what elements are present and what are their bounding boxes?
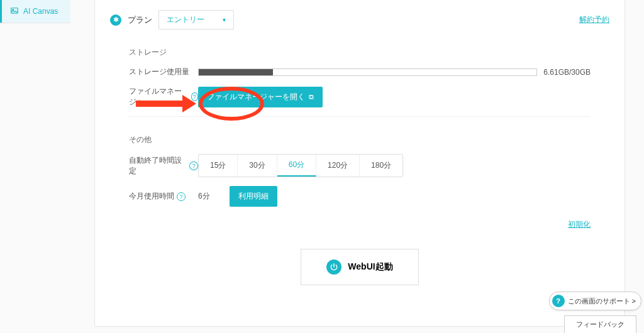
main-panel: ✱ プラン エントリー ▾ 解約予約 ストレージ ストレージ使用量 6.61GB… (94, 0, 625, 327)
power-icon (326, 259, 341, 275)
auto-end-label: 自動終了時間設定 ? (129, 155, 198, 177)
storage-usage-text: 6.61GB/30GB (543, 68, 591, 77)
plan-icon: ✱ (110, 14, 121, 26)
storage-progress-bar (198, 68, 537, 76)
canvas-icon (9, 6, 19, 16)
storage-progress-fill (199, 69, 273, 75)
sidebar-item-ai-canvas[interactable]: AI Canvas (0, 0, 70, 23)
help-icon[interactable]: ? (189, 161, 198, 170)
sidebar-item-label: AI Canvas (23, 7, 58, 16)
chevron-down-icon: ▾ (223, 16, 226, 23)
plan-select-value: エントリー (167, 14, 204, 25)
monthly-usage-label: 今月使用時間 ? (129, 191, 198, 202)
plan-row: ✱ プラン エントリー ▾ 解約予約 (110, 10, 609, 30)
question-icon: ? (552, 295, 565, 307)
timeout-option-60[interactable]: 60分 (277, 155, 316, 177)
help-icon[interactable]: ? (177, 192, 186, 201)
init-link-row: 初期化 (129, 219, 591, 230)
plan-label: プラン (128, 14, 152, 26)
timeout-option-15[interactable]: 15分 (199, 155, 238, 177)
file-manager-row: ファイルマネージャー ? ファイルマネージャーを開く ⧉ (129, 86, 591, 107)
monthly-usage-value: 6分 (198, 191, 217, 202)
feedback-button[interactable]: フィードバック (564, 315, 636, 333)
auto-end-row: 自動終了時間設定 ? 15分 30分 60分 120分 180分 (129, 154, 591, 177)
webui-row: WebUI起動 (129, 249, 591, 285)
timeout-segment: 15分 30分 60分 120分 180分 (198, 154, 403, 177)
timeout-option-120[interactable]: 120分 (316, 155, 360, 177)
monthly-usage-row: 今月使用時間 ? 6分 利用明細 (129, 186, 591, 207)
initialize-link[interactable]: 初期化 (568, 220, 591, 229)
plan-select[interactable]: エントリー ▾ (158, 10, 234, 30)
cancel-reservation-link[interactable]: 解約予約 (579, 14, 609, 25)
sidebar: AI Canvas (0, 0, 70, 23)
storage-usage-row: ストレージ使用量 6.61GB/30GB (129, 67, 591, 77)
webui-launch-button[interactable]: WebUI起動 (301, 249, 418, 285)
support-button[interactable]: ? この画面のサポート > (549, 292, 641, 310)
timeout-option-30[interactable]: 30分 (238, 155, 277, 177)
timeout-option-180[interactable]: 180分 (360, 155, 402, 177)
help-icon[interactable]: ? (191, 92, 198, 101)
file-manager-label: ファイルマネージャー ? (129, 86, 198, 107)
usage-detail-button[interactable]: 利用明細 (230, 186, 277, 207)
divider (129, 116, 591, 117)
other-section-title: その他 (129, 134, 591, 145)
external-link-icon: ⧉ (309, 93, 314, 101)
open-file-manager-button[interactable]: ファイルマネージャーを開く ⧉ (198, 87, 323, 107)
storage-usage-label: ストレージ使用量 (129, 67, 198, 77)
storage-section-title: ストレージ (129, 47, 591, 58)
